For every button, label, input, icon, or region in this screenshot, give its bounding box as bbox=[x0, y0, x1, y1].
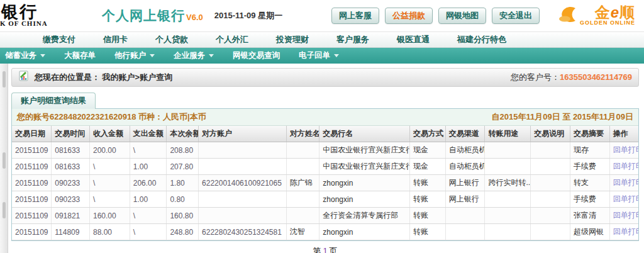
cell-txn-time: 114809 bbox=[52, 224, 90, 240]
receipt-print-link[interactable]: 回单打印 bbox=[613, 178, 638, 187]
nav-item-investment[interactable]: 投资理财 bbox=[262, 34, 323, 45]
col-header-balance: 本次余额 bbox=[167, 126, 199, 142]
nav-item-customer-service[interactable]: 客户服务 bbox=[323, 34, 383, 45]
table-row: 20151109091821160.00\160.80全行资金清算专属行部转账张… bbox=[12, 208, 638, 224]
receipt-print-link[interactable]: 回单打印 bbox=[613, 162, 638, 171]
cell-counterparty-account bbox=[199, 208, 287, 224]
cell-income-amount: \ bbox=[89, 191, 130, 208]
col-header-txn-bank-name: 交易行名 bbox=[319, 126, 410, 142]
table-row: 20151109081633\1.00207.80中国农业银行宜兴新庄支行现金自… bbox=[12, 159, 638, 175]
splitter-handle[interactable] bbox=[3, 152, 6, 169]
nav-item-payment[interactable]: 缴费支付 bbox=[29, 34, 89, 45]
nav-item-personal-loan[interactable]: 个人贷款 bbox=[142, 34, 202, 45]
bank-logo: 银行 K OF CHINA bbox=[0, 0, 99, 31]
subnav-item-e-receipt[interactable]: 电子回单 bbox=[289, 50, 348, 61]
quick-link-online-service[interactable]: 网上客服 bbox=[331, 8, 379, 24]
cell-counterparty-name: 沈智 bbox=[286, 224, 319, 240]
cell-txn-time: 081633 bbox=[52, 142, 90, 159]
cell-counterparty-account bbox=[199, 191, 287, 208]
col-header-txn-time: 交易时间 bbox=[52, 126, 90, 142]
cell-expense-amount: 1.00 bbox=[130, 191, 167, 208]
col-header-txn-description: 交易说明 bbox=[531, 126, 570, 142]
chevron-down-icon bbox=[334, 54, 339, 57]
cell-txn-description bbox=[531, 191, 570, 208]
cell-balance: 1.80 bbox=[167, 175, 199, 191]
date-range: 自2015年11月09日 至 2015年11月09日 bbox=[492, 111, 633, 123]
pagination: 第1页 bbox=[11, 245, 639, 253]
chevron-down-icon bbox=[40, 54, 45, 57]
cell-expense-amount: \ bbox=[130, 224, 167, 240]
receipt-print-link[interactable]: 回单打印 bbox=[613, 145, 638, 154]
cell-txn-description bbox=[531, 208, 570, 224]
cell-txn-description bbox=[531, 224, 570, 240]
cell-txn-date: 20151109 bbox=[12, 191, 52, 208]
product-title-text: 个人网上银行 bbox=[102, 7, 185, 25]
transaction-table: 交易日期交易时间收入金额支出金额本次余额对方账户对方姓名交易行名交易方式交易渠道… bbox=[12, 126, 638, 240]
account-number: 6228482022321620918 bbox=[50, 112, 136, 121]
table-row: 2015110911480988.00\248.8062228024302513… bbox=[12, 224, 638, 240]
nav-item-personal-forex[interactable]: 个人外汇 bbox=[202, 34, 262, 45]
table-row: 20151109090233\206.001.80622200140610092… bbox=[12, 175, 638, 191]
cell-operation: 回单打印 bbox=[609, 142, 638, 159]
subnav-item-label: 网银交易查询 bbox=[233, 50, 280, 61]
splitter-handle[interactable] bbox=[3, 202, 6, 218]
cell-operation: 回单打印 bbox=[609, 159, 638, 175]
nav-item-fujian-branch-features[interactable]: 福建分行特色 bbox=[443, 34, 520, 45]
subnav-item-savings[interactable]: 储蓄业务 bbox=[0, 50, 55, 61]
cell-transfer-purpose bbox=[485, 159, 531, 175]
splitter-handle[interactable] bbox=[3, 71, 6, 87]
header-quick-links: 网上客服公益捐款网银地图安全退出 bbox=[331, 8, 540, 24]
customer-number-label: 您的客户号：1635503462114769 bbox=[511, 72, 632, 83]
cell-operation: 回单打印 bbox=[609, 224, 638, 240]
cell-expense-amount: 206.00 bbox=[130, 175, 167, 191]
product-title: 个人网上银行 V6.0 bbox=[102, 7, 203, 25]
col-header-counterparty-name: 对方姓名 bbox=[286, 126, 319, 142]
cell-txn-method: 现金 bbox=[410, 142, 446, 159]
cell-txn-bank-name: 中国农业银行宜兴新庄支行 bbox=[319, 159, 410, 175]
quick-link-charity-donation[interactable]: 公益捐款 bbox=[385, 8, 433, 24]
cell-txn-description bbox=[531, 175, 570, 191]
cell-income-amount: 200.00 bbox=[89, 142, 130, 159]
cell-txn-method: 转账 bbox=[410, 224, 446, 240]
cell-counterparty-name bbox=[286, 208, 319, 224]
product-version: V6.0 bbox=[186, 13, 203, 22]
receipt-print-link[interactable]: 回单打印 bbox=[613, 211, 638, 220]
subnav-item-corporate-service[interactable]: 企业服务 bbox=[164, 50, 223, 61]
breadcrumb-bar: 您现在的位置是： 我的账户>账户查询 您的客户号：163550346211476… bbox=[11, 68, 639, 87]
left-splitter[interactable] bbox=[0, 64, 8, 253]
subnav-item-large-deposit[interactable]: 大额存单 bbox=[55, 50, 105, 61]
receipt-print-link[interactable]: 回单打印 bbox=[613, 227, 638, 236]
quick-link-safe-exit[interactable]: 安全退出 bbox=[492, 8, 540, 24]
nav-item-bank-medical[interactable]: 银医直通 bbox=[383, 34, 443, 45]
customer-number: 1635503462114769 bbox=[560, 72, 632, 82]
cell-balance: 207.80 bbox=[167, 159, 199, 175]
bank-logo-en: K OF CHINA bbox=[0, 20, 48, 27]
cell-expense-amount: \ bbox=[130, 208, 167, 224]
main-content: 您现在的位置是： 我的账户>账户查询 您的客户号：163550346211476… bbox=[11, 64, 639, 253]
quick-link-ebank-map[interactable]: 网银地图 bbox=[438, 8, 486, 24]
table-row: 20151109081633200.00\208.80中国农业银行宜兴新庄支行现… bbox=[12, 142, 638, 159]
top-header: 银行 K OF CHINA 个人网上银行 V6.0 2015-11-09 星期一… bbox=[0, 0, 644, 31]
col-header-operation: 操作 bbox=[609, 126, 638, 142]
cell-transfer-purpose bbox=[485, 224, 531, 240]
nav-item-credit-card[interactable]: 信用卡 bbox=[89, 34, 142, 45]
subnav-item-ebank-transaction-query[interactable]: 网银交易查询 bbox=[223, 50, 289, 61]
subnav-item-other-bank-account[interactable]: 他行账户 bbox=[105, 50, 164, 61]
cell-expense-amount: \ bbox=[130, 142, 167, 159]
cell-txn-channel: 网上银行 bbox=[445, 175, 485, 191]
tab-account-detail-result[interactable]: 账户明细查询结果 bbox=[11, 93, 96, 109]
cell-txn-bank-name: zhongxin bbox=[319, 191, 410, 208]
breadcrumb: 您现在的位置是： 我的账户>账户查询 bbox=[35, 72, 172, 83]
current-date: 2015-11-09 星期一 bbox=[214, 10, 282, 21]
subnav-item-label: 他行账户 bbox=[114, 50, 146, 61]
cell-txn-method: 转账 bbox=[410, 191, 446, 208]
secondary-nav: 储蓄业务大额存单他行账户企业服务网银交易查询电子回单 bbox=[0, 48, 644, 64]
cell-counterparty-account bbox=[199, 142, 287, 159]
cell-operation: 回单打印 bbox=[609, 191, 638, 208]
subnav-item-label: 储蓄业务 bbox=[5, 50, 36, 61]
chevron-down-icon bbox=[209, 54, 214, 57]
cell-txn-date: 20151109 bbox=[12, 224, 52, 240]
cell-txn-description bbox=[531, 159, 570, 175]
receipt-print-link[interactable]: 回单打印 bbox=[613, 194, 638, 203]
cell-counterparty-name bbox=[286, 159, 319, 175]
